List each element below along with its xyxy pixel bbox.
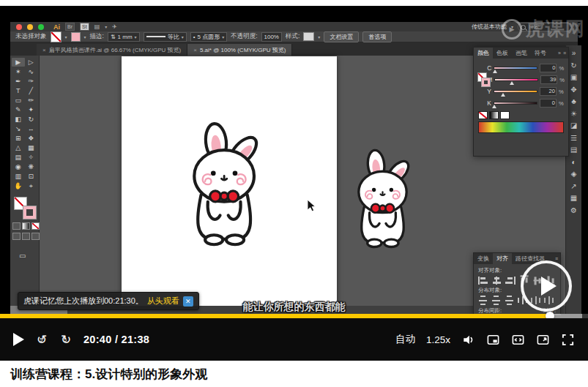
black-white-swatch[interactable] [489,111,499,119]
artboards-icon[interactable]: ▦ [570,193,577,203]
color-button[interactable] [12,222,21,230]
bridge-icon[interactable]: Br [65,23,75,31]
gradient-tool[interactable]: ▤ [12,153,25,162]
stroke-width-field[interactable]: ⇅ 1 mm ▾ [108,32,140,42]
video-player[interactable]: Ai Br St ▤ ▾ ✈ 传统基本功能 ▾ 未选择对象 ▾ ▾ 描边: [0,6,588,361]
cyan-slider[interactable] [494,67,537,69]
panel-fill-stroke-indicator[interactable] [477,62,487,106]
column-graph-tool[interactable]: ▥ [12,172,25,181]
document-tab[interactable]: × 扁平风格插画课件.ai @ 66.67% (CMYK/GPU 预览) [37,44,187,56]
shaper-tool[interactable]: ✦ [25,105,38,114]
free-transform-tool[interactable]: ⊞ [12,134,25,143]
yellow-value[interactable]: 20 [540,87,557,96]
tab-color[interactable]: 颜色 [474,48,493,59]
asset-export-icon[interactable]: ↗ [570,181,576,191]
watch-from-start-link[interactable]: 从头观看 [147,296,179,307]
magenta-value[interactable]: 39 [540,75,557,84]
direct-selection-tool[interactable]: ▷ [25,58,38,67]
gradient-panel-icon[interactable]: ▤ [570,145,577,154]
eraser-tool[interactable]: ◧ [12,115,25,124]
pip-icon[interactable] [486,333,500,347]
stroke-pink-swatch[interactable] [23,206,36,219]
stepper-icon[interactable]: ⇅ [111,34,116,40]
preferences-button[interactable]: 首选项 [362,31,392,42]
cyan-value[interactable]: 0 [540,64,557,72]
black-slider[interactable] [494,102,537,105]
toast-close-button[interactable]: ✕ [183,296,193,307]
panel-menu-icon[interactable]: ≡ [555,256,558,261]
rotate-tool[interactable]: ↻ [25,115,38,124]
rectangle-tool[interactable]: ▭ [12,96,25,105]
pencil-tool[interactable]: ✎ [12,105,25,114]
panel-menu-icon[interactable]: ≡ [563,50,566,56]
mesh-tool[interactable]: ▦ [25,143,38,152]
image-trace-icon[interactable]: ▣ [570,72,577,82]
web-fullscreen-icon[interactable] [511,333,525,347]
window-close-button[interactable] [16,24,22,30]
appearance-icon[interactable]: ☀ [570,109,577,119]
align-left-button[interactable] [478,277,488,285]
tab-brushes[interactable]: 画笔 [512,48,531,59]
window-minimize-button[interactable] [27,24,33,30]
quality-button[interactable]: 自动 [395,333,415,346]
panel-collapse-icon[interactable]: » [558,50,561,56]
none-button[interactable] [31,222,40,230]
share-icon[interactable]: ✈ [112,23,117,30]
speed-button[interactable]: 1.25x [426,334,450,345]
fill-stroke-widget[interactable] [14,197,36,219]
symbols-icon[interactable]: ♣ [571,97,576,106]
stock-icon[interactable]: St [80,23,89,31]
perspective-grid-tool[interactable]: △ [12,143,25,152]
tab-swatches[interactable]: 色板 [493,48,512,59]
artboard-tool[interactable]: ⊡ [25,172,38,181]
color-spectrum-bar[interactable] [478,121,564,133]
none-swatch[interactable] [478,111,488,119]
tab-transform[interactable]: 变换 [474,253,493,264]
paintbrush-tool[interactable]: ✏ [25,96,38,105]
big-play-button[interactable] [521,260,572,312]
brush-select[interactable]: • 5 点圆形 ▾ [190,32,228,42]
links-icon[interactable]: ⚙ [570,206,577,215]
draw-normal-button[interactable] [12,233,21,240]
play-button[interactable] [13,333,24,346]
magenta-slider[interactable] [494,78,538,81]
close-icon[interactable]: × [42,47,46,53]
opacity-field[interactable]: 100% [261,32,282,42]
line-segment-tool[interactable]: ╱ [25,86,38,95]
layers-icon[interactable]: ◈ [571,169,577,179]
arrange-documents-icon[interactable]: ▤ [94,23,100,30]
theater-mode-icon[interactable] [536,333,550,347]
draw-behind-button[interactable] [22,233,30,240]
window-zoom-button[interactable] [38,24,44,30]
hand-tool[interactable]: ✋ [12,181,25,190]
pen-tool[interactable]: ✒ [12,77,25,86]
zoom-tool[interactable]: ⌖ [25,181,38,190]
tab-symbols[interactable]: 符号 [531,48,550,59]
white-swatch[interactable] [500,111,510,119]
volume-icon[interactable] [461,333,475,347]
draw-inside-button[interactable] [31,233,40,240]
style-swatch[interactable] [303,32,314,41]
rotate-view-icon[interactable]: ↻ [570,61,576,70]
shape-builder-tool[interactable]: ❖ [25,134,38,143]
curvature-tool[interactable]: ✑ [25,77,38,86]
tab-align[interactable]: 对齐 [493,253,512,264]
fill-color-swatch[interactable] [51,31,62,42]
scale-tool[interactable]: ↘ [12,124,25,133]
black-value[interactable]: 0 [540,99,557,108]
collapse-dock-icon[interactable]: » [572,48,576,58]
rewind-5s-button[interactable]: ↺5 [35,332,48,347]
selection-tool[interactable]: ▶ [12,58,25,67]
width-profile-select[interactable]: 等比 ▾ [144,32,187,42]
stroke-color-swatch[interactable] [71,32,81,42]
align-right-button[interactable] [505,277,515,285]
type-tool[interactable]: T [12,86,25,95]
forward-5s-button[interactable]: ↻5 [59,332,72,347]
symbol-sprayer-tool[interactable]: ❋ [25,162,38,171]
stroke-panel-icon[interactable]: ☰ [570,133,577,143]
eyedropper-tool[interactable]: ✧ [25,153,38,162]
lasso-tool[interactable]: ∿ [25,67,38,76]
document-tab-active[interactable]: × 5.ai* @ 100% (CMYK/GPU 预览) [187,44,292,56]
yellow-slider[interactable] [494,90,537,93]
blend-tool[interactable]: ◉ [12,162,25,171]
